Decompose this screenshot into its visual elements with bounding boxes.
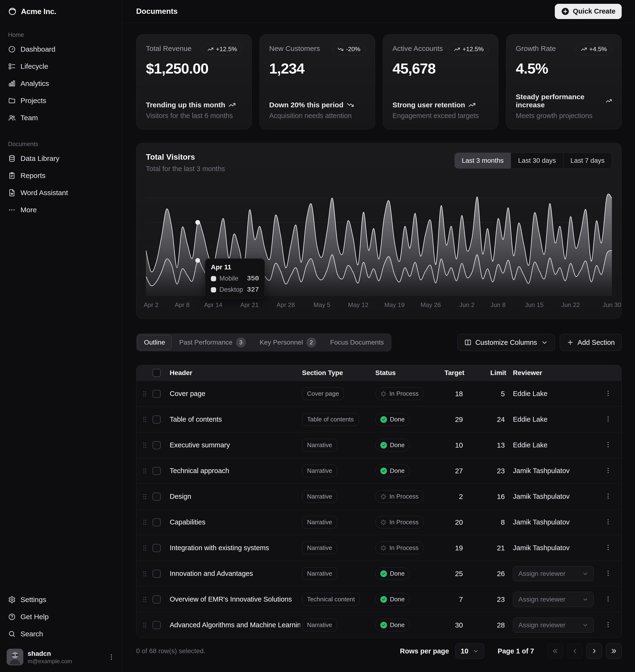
- sidebar-item-more[interactable]: More: [4, 202, 118, 218]
- assign-reviewer-select[interactable]: Assign reviewer: [513, 592, 594, 607]
- row-menu-button[interactable]: [603, 569, 613, 579]
- tab-past-performance[interactable]: Past Performance3: [173, 335, 252, 350]
- row-header-cell[interactable]: Design: [170, 493, 300, 500]
- sidebar-item-analytics[interactable]: Analytics: [4, 75, 118, 92]
- target-cell[interactable]: 27: [443, 467, 469, 475]
- drag-handle-icon[interactable]: [141, 570, 148, 578]
- row-header-cell[interactable]: Executive summary: [170, 441, 300, 449]
- limit-cell[interactable]: 24: [471, 416, 511, 424]
- row-menu-button[interactable]: [603, 441, 613, 450]
- row-checkbox[interactable]: [153, 621, 161, 629]
- sidebar-item-team[interactable]: Team: [4, 110, 118, 126]
- limit-cell[interactable]: 23: [471, 467, 511, 475]
- row-checkbox[interactable]: [153, 416, 161, 424]
- select-all-checkbox[interactable]: [153, 369, 161, 377]
- row-checkbox[interactable]: [153, 493, 161, 501]
- prev-page-button[interactable]: [567, 643, 583, 659]
- quick-create-button[interactable]: Quick Create: [555, 4, 622, 19]
- limit-cell[interactable]: 16: [471, 493, 511, 501]
- add-section-button[interactable]: Add Section: [560, 334, 622, 351]
- drag-handle-icon[interactable]: [141, 416, 148, 424]
- tab-key-personnel[interactable]: Key Personnel2: [254, 335, 323, 350]
- drag-handle-icon[interactable]: [141, 390, 148, 398]
- limit-cell[interactable]: 26: [471, 570, 511, 578]
- quick-create-label: Quick Create: [573, 7, 615, 15]
- row-checkbox[interactable]: [153, 390, 161, 398]
- section-type-cell: Narrative: [302, 465, 373, 477]
- limit-cell[interactable]: 21: [471, 544, 511, 552]
- sidebar-item-data-library[interactable]: Data Library: [4, 150, 118, 166]
- row-checkbox[interactable]: [153, 441, 161, 449]
- first-page-button[interactable]: [547, 643, 563, 659]
- drag-handle-icon[interactable]: [141, 518, 148, 527]
- row-checkbox[interactable]: [153, 544, 161, 552]
- row-checkbox[interactable]: [153, 518, 161, 527]
- row-header-cell[interactable]: Cover page: [170, 390, 300, 398]
- row-checkbox[interactable]: [153, 596, 161, 603]
- row-checkbox[interactable]: [153, 467, 161, 475]
- sidebar-item-dashboard[interactable]: Dashboard: [4, 41, 118, 57]
- range-option[interactable]: Last 3 months: [455, 153, 511, 169]
- drag-handle-icon[interactable]: [141, 441, 148, 449]
- target-cell[interactable]: 10: [443, 441, 469, 449]
- sidebar-item-get-help[interactable]: Get Help: [4, 609, 118, 625]
- status-cell: In Process: [375, 490, 441, 503]
- rows-per-page-select[interactable]: 10: [455, 644, 484, 659]
- target-cell[interactable]: 25: [443, 570, 469, 578]
- drag-handle-icon[interactable]: [141, 493, 148, 501]
- target-cell[interactable]: 2: [443, 493, 469, 501]
- drag-handle-icon[interactable]: [141, 544, 148, 552]
- target-cell[interactable]: 30: [443, 621, 469, 629]
- last-page-button[interactable]: [606, 643, 622, 659]
- limit-cell[interactable]: 8: [471, 518, 511, 527]
- tab-outline[interactable]: Outline: [137, 335, 172, 350]
- row-header-cell[interactable]: Advanced Algorithms and Machine Learning: [170, 621, 300, 629]
- user-kebab-icon[interactable]: [108, 653, 115, 660]
- limit-cell[interactable]: 5: [471, 390, 511, 398]
- row-menu-button[interactable]: [603, 466, 613, 476]
- drag-handle-icon[interactable]: [141, 467, 148, 475]
- target-cell[interactable]: 7: [443, 596, 469, 603]
- brand[interactable]: Acme Inc.: [0, 0, 122, 23]
- row-menu-button[interactable]: [603, 389, 613, 399]
- row-header-cell[interactable]: Technical approach: [170, 467, 300, 475]
- customize-columns-label: Customize Columns: [475, 339, 537, 346]
- row-checkbox[interactable]: [153, 570, 161, 578]
- sidebar-item-word-assistant[interactable]: Word Assistant: [4, 185, 118, 201]
- drag-handle-icon[interactable]: [141, 621, 148, 629]
- target-cell[interactable]: 29: [443, 416, 469, 424]
- sidebar-item-search[interactable]: Search: [4, 626, 118, 642]
- sidebar-item-projects[interactable]: Projects: [4, 93, 118, 109]
- database-icon: [8, 155, 16, 162]
- assign-reviewer-select[interactable]: Assign reviewer: [513, 618, 594, 633]
- range-option[interactable]: Last 30 days: [511, 153, 563, 169]
- visitors-chart[interactable]: Apr 11 Mobile 350 Desktop 327: [146, 182, 612, 296]
- sidebar-item-settings[interactable]: Settings: [4, 591, 118, 608]
- row-header-cell[interactable]: Integration with existing systems: [170, 544, 300, 552]
- row-menu-button[interactable]: [603, 595, 613, 604]
- sidebar-item-lifecycle[interactable]: Lifecycle: [4, 58, 118, 74]
- row-menu-button[interactable]: [603, 415, 613, 424]
- target-cell[interactable]: 18: [443, 390, 469, 398]
- row-header-cell[interactable]: Overview of EMR's Innovative Solutions: [170, 596, 300, 603]
- row-menu-button[interactable]: [603, 620, 613, 630]
- row-menu-button[interactable]: [603, 518, 613, 527]
- row-menu-button[interactable]: [603, 492, 613, 501]
- user-menu[interactable]: shadcn m@example.com: [4, 645, 118, 669]
- customize-columns-button[interactable]: Customize Columns: [457, 334, 555, 351]
- limit-cell[interactable]: 23: [471, 596, 511, 603]
- drag-handle-icon[interactable]: [141, 596, 148, 603]
- assign-reviewer-select[interactable]: Assign reviewer: [513, 566, 594, 581]
- row-header-cell[interactable]: Innovation and Advantages: [170, 570, 300, 578]
- target-cell[interactable]: 19: [443, 544, 469, 552]
- target-cell[interactable]: 20: [443, 518, 469, 527]
- range-option[interactable]: Last 7 days: [563, 153, 612, 169]
- tab-focus-documents[interactable]: Focus Documents: [324, 335, 390, 350]
- limit-cell[interactable]: 28: [471, 621, 511, 629]
- limit-cell[interactable]: 13: [471, 441, 511, 449]
- next-page-button[interactable]: [587, 643, 602, 659]
- row-menu-button[interactable]: [603, 543, 613, 553]
- sidebar-item-reports[interactable]: Reports: [4, 167, 118, 184]
- row-header-cell[interactable]: Table of contents: [170, 416, 300, 423]
- row-header-cell[interactable]: Capabilities: [170, 518, 300, 526]
